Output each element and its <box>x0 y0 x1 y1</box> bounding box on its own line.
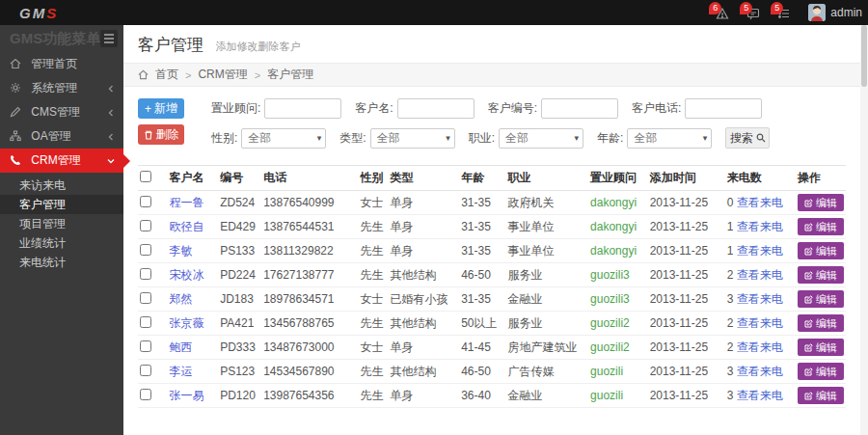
view-calls-link[interactable]: 查看来电 <box>737 389 783 402</box>
sidebar-item-home[interactable]: 管理首页 <box>0 52 123 76</box>
view-calls-link[interactable]: 查看来电 <box>737 196 783 209</box>
view-calls-link[interactable]: 查看来电 <box>737 220 783 233</box>
customer-name-link[interactable]: 宋校冰 <box>169 268 203 282</box>
customer-age-cell: 46-50 <box>459 360 505 384</box>
customer-name-link[interactable]: 张一易 <box>169 389 203 402</box>
task-notification-button[interactable]: 5 <box>777 5 793 20</box>
message-notification-button[interactable]: 5 <box>746 5 762 20</box>
select-all-checkbox[interactable] <box>140 171 151 182</box>
submenu-item-project-management[interactable]: 项目管理 <box>0 214 123 233</box>
row-checkbox[interactable] <box>140 292 151 304</box>
hamburger-menu-icon[interactable] <box>100 30 118 47</box>
customer-phone-filter-input[interactable] <box>685 98 762 119</box>
customer-phone-cell: 13876544531 <box>261 215 358 239</box>
job-filter-label: 职业: <box>469 130 495 147</box>
row-checkbox[interactable] <box>140 316 151 328</box>
add-button[interactable]: +新增 <box>138 98 184 119</box>
customer-code-filter-input[interactable] <box>541 98 618 119</box>
call-count: 2 <box>727 268 734 282</box>
submenu-item-customer-management[interactable]: 客户管理 <box>0 195 123 214</box>
customer-code-cell: PD224 <box>218 263 261 287</box>
row-checkbox[interactable] <box>140 244 151 256</box>
table-row: 张一易 PD120 13987654356 先生 单身 36-40 金融业 gu… <box>138 384 846 408</box>
customer-consultant-cell: dakongyi <box>588 215 648 239</box>
table-row: 张京薇 PA421 13456788765 先生 其他结构 50以上 服务业 g… <box>138 312 846 336</box>
row-checkbox[interactable] <box>140 196 151 207</box>
customer-date-cell: 2013-11-25 <box>648 360 725 384</box>
breadcrumb-customer[interactable]: 客户管理 <box>267 67 313 83</box>
row-checkbox[interactable] <box>140 340 151 352</box>
customer-age-cell: 50以上 <box>459 312 505 336</box>
customer-date-cell: 2013-11-25 <box>648 263 725 287</box>
customer-job-cell: 广告传媒 <box>505 360 588 384</box>
customer-age-cell: 36-40 <box>459 384 505 408</box>
gender-filter-select[interactable]: 全部▾ <box>241 128 326 149</box>
view-calls-link[interactable]: 查看来电 <box>737 340 783 354</box>
type-filter-select[interactable]: 全部▾ <box>370 128 455 149</box>
row-checkbox[interactable] <box>140 268 151 280</box>
submenu-item-visits-calls[interactable]: 来访来电 <box>0 176 123 195</box>
customer-job-cell: 政府机关 <box>505 191 588 215</box>
job-filter-select[interactable]: 全部▾ <box>499 128 583 149</box>
sidebar-item-label: CRM管理 <box>31 153 80 167</box>
avatar <box>808 4 826 21</box>
edit-button[interactable]: 编辑 <box>798 387 844 404</box>
gender-filter-label: 性别: <box>211 130 237 147</box>
column-header-phone: 电话 <box>261 166 358 191</box>
call-count: 1 <box>727 220 734 233</box>
submenu-item-performance-stats[interactable]: 业绩统计 <box>0 233 123 253</box>
customer-name-link[interactable]: 鲍西 <box>169 340 192 354</box>
edit-button[interactable]: 编辑 <box>798 290 844 308</box>
chevron-left-icon <box>107 124 115 149</box>
view-calls-link[interactable]: 查看来电 <box>737 268 783 282</box>
search-button[interactable]: 搜索 <box>725 127 770 149</box>
view-calls-link[interactable]: 查看来电 <box>737 365 783 378</box>
age-filter-select[interactable]: 全部▾ <box>627 128 712 149</box>
edit-button[interactable]: 编辑 <box>798 218 844 235</box>
customer-consultant-cell: guozili <box>588 360 648 384</box>
breadcrumb-home[interactable]: 首页 <box>155 67 178 83</box>
edit-button[interactable]: 编辑 <box>798 266 844 284</box>
customer-name-filter-input[interactable] <box>397 98 475 119</box>
customer-gender-cell: 先生 <box>358 360 388 384</box>
view-calls-link[interactable]: 查看来电 <box>737 292 783 306</box>
sidebar-item-system[interactable]: 系统管理 <box>0 76 123 100</box>
column-header-age: 年龄 <box>459 166 505 191</box>
sidebar-item-cms[interactable]: CMS管理 <box>0 100 123 124</box>
edit-icon <box>804 343 813 352</box>
customer-name-link[interactable]: 李运 <box>169 365 192 378</box>
consultant-filter-input[interactable] <box>264 98 341 119</box>
row-checkbox[interactable] <box>140 389 151 400</box>
edit-button[interactable]: 编辑 <box>798 242 844 259</box>
breadcrumb-separator: > <box>185 69 191 81</box>
submenu-item-call-stats[interactable]: 来电统计 <box>0 253 123 272</box>
customer-gender-cell: 先生 <box>358 384 388 408</box>
view-calls-link[interactable]: 查看来电 <box>737 244 783 258</box>
edit-button[interactable]: 编辑 <box>798 363 844 380</box>
customer-name-link[interactable]: 程一鲁 <box>169 196 203 209</box>
customer-name-link[interactable]: 欧径自 <box>169 220 203 233</box>
delete-button[interactable]: 删除 <box>138 124 184 145</box>
customer-consultant-cell: dakongyi <box>588 239 648 263</box>
view-calls-link[interactable]: 查看来电 <box>737 316 783 330</box>
customer-date-cell: 2013-11-25 <box>648 336 725 360</box>
customer-name-link[interactable]: 郑然 <box>169 292 192 306</box>
breadcrumb-crm[interactable]: CRM管理 <box>198 67 247 83</box>
sidebar-item-oa[interactable]: OA管理 <box>0 124 123 149</box>
customer-job-cell: 房地产建筑业 <box>505 336 588 360</box>
scrollbar-thumb[interactable] <box>861 25 867 87</box>
alert-notification-button[interactable]: 6 <box>716 5 731 20</box>
scrollbar[interactable] <box>860 25 868 435</box>
sidebar-item-crm[interactable]: CRM管理 <box>0 149 123 173</box>
sidebar-item-label: CMS管理 <box>31 105 80 119</box>
row-checkbox[interactable] <box>140 365 151 376</box>
edit-button[interactable]: 编辑 <box>798 194 844 211</box>
customer-name-link[interactable]: 张京薇 <box>169 316 203 330</box>
row-checkbox[interactable] <box>140 220 151 231</box>
edit-button[interactable]: 编辑 <box>798 314 844 332</box>
user-menu[interactable]: admin <box>808 4 862 21</box>
edit-button[interactable]: 编辑 <box>798 339 844 356</box>
customer-phone-cell: 13456788765 <box>261 312 358 336</box>
customer-name-link[interactable]: 李敏 <box>169 244 192 258</box>
topbar: GMS 6 5 5 admin <box>0 0 868 25</box>
